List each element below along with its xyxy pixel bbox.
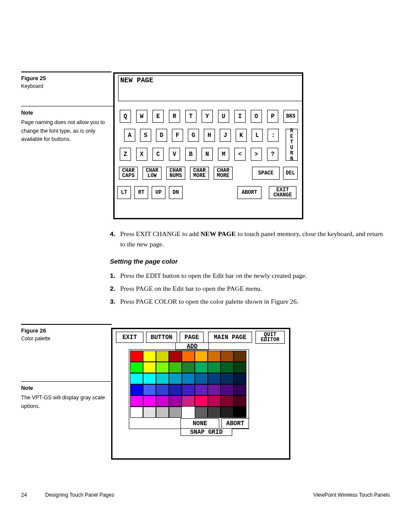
color-swatch[interactable]	[234, 407, 246, 418]
pal-exit[interactable]: EXIT	[116, 332, 143, 343]
key-qmark[interactable]: ?	[267, 148, 278, 161]
pal-quit[interactable]: QUIT EDITOR	[255, 331, 285, 344]
key-g[interactable]: G	[188, 129, 199, 142]
color-swatch[interactable]	[182, 362, 195, 373]
color-swatch[interactable]	[221, 351, 234, 362]
key-r[interactable]: R	[169, 110, 180, 123]
color-swatch[interactable]	[156, 407, 169, 418]
key-fn-3[interactable]: CHAR MORE	[190, 167, 209, 180]
color-swatch[interactable]	[221, 395, 234, 407]
color-swatch[interactable]	[169, 373, 182, 384]
color-swatch[interactable]	[234, 362, 246, 373]
color-swatch[interactable]	[208, 407, 221, 418]
key-v[interactable]: V	[169, 148, 180, 161]
color-swatch[interactable]	[182, 351, 195, 362]
color-swatch[interactable]	[156, 362, 169, 373]
color-swatch[interactable]	[143, 407, 156, 418]
key-l[interactable]: L	[252, 129, 263, 142]
key-rt[interactable]: RT	[134, 186, 148, 199]
color-swatch[interactable]	[221, 407, 234, 418]
key-q[interactable]: Q	[120, 110, 131, 123]
key-s[interactable]: S	[140, 129, 151, 142]
key-fn-1[interactable]: CHAR LOW	[143, 167, 162, 180]
key-colon[interactable]: :	[268, 129, 279, 142]
key-y[interactable]: Y	[202, 110, 213, 123]
key-gt[interactable]: >	[251, 148, 262, 161]
color-swatch[interactable]	[169, 384, 182, 395]
color-swatch[interactable]	[169, 395, 182, 407]
key-i[interactable]: I	[234, 110, 246, 123]
key-x[interactable]: X	[136, 148, 147, 161]
key-up[interactable]: UP	[152, 186, 165, 199]
key-o[interactable]: O	[251, 110, 262, 123]
color-swatch[interactable]	[221, 373, 234, 384]
key-lt[interactable]: <	[234, 148, 246, 161]
pal-button[interactable]: BUTTON	[146, 332, 177, 343]
pal-none[interactable]: NONE	[181, 418, 219, 429]
key-u[interactable]: U	[218, 110, 229, 123]
color-swatch[interactable]	[156, 351, 169, 362]
color-swatch[interactable]	[195, 362, 208, 373]
key-w[interactable]: W	[136, 110, 147, 123]
color-swatch[interactable]	[130, 407, 143, 418]
color-swatch[interactable]	[195, 395, 208, 407]
keyboard-input[interactable]: NEW PAGE	[118, 75, 302, 101]
key-n[interactable]: N	[202, 148, 213, 161]
key-dn[interactable]: DN	[169, 186, 183, 199]
key-m[interactable]: M	[218, 148, 229, 161]
color-swatch[interactable]	[221, 362, 234, 373]
color-swatch[interactable]	[169, 351, 182, 362]
color-swatch[interactable]	[221, 384, 234, 395]
key-b[interactable]: B	[185, 148, 196, 161]
key-t[interactable]: T	[185, 110, 196, 123]
key-exit-change[interactable]: EXIT CHANGE	[269, 186, 296, 199]
color-swatch[interactable]	[234, 351, 246, 362]
key-lt[interactable]: LT	[117, 186, 131, 199]
key-a[interactable]: A	[124, 129, 135, 142]
color-swatch[interactable]	[208, 373, 221, 384]
color-swatch[interactable]	[143, 373, 156, 384]
color-swatch[interactable]	[143, 384, 156, 395]
color-swatch[interactable]	[182, 384, 195, 395]
color-swatch[interactable]	[156, 373, 169, 384]
color-swatch[interactable]	[130, 351, 143, 362]
key-e[interactable]: E	[153, 110, 164, 123]
color-swatch[interactable]	[234, 373, 246, 384]
color-swatch[interactable]	[143, 395, 156, 407]
key-abort[interactable]: ABORT	[237, 186, 262, 199]
key-z[interactable]: Z	[120, 148, 131, 161]
color-swatch[interactable]	[130, 395, 143, 407]
key-j[interactable]: J	[220, 129, 231, 142]
key-k[interactable]: K	[236, 129, 247, 142]
key-del[interactable]: DEL	[283, 167, 298, 180]
key-fn-2[interactable]: CHAR NUMS	[166, 167, 185, 180]
pal-abort[interactable]: ABORT	[221, 418, 249, 429]
key-f[interactable]: F	[172, 129, 183, 142]
color-swatch[interactable]	[169, 362, 182, 373]
color-swatch[interactable]	[156, 384, 169, 395]
color-swatch[interactable]	[208, 384, 221, 395]
color-swatch[interactable]	[143, 351, 156, 362]
color-swatch[interactable]	[130, 373, 143, 384]
color-swatch[interactable]	[195, 351, 208, 362]
color-swatch[interactable]	[169, 407, 182, 418]
key-bks[interactable]: BKS	[283, 110, 298, 123]
color-swatch[interactable]	[195, 373, 208, 384]
color-swatch[interactable]	[234, 384, 246, 395]
color-swatch[interactable]	[195, 407, 208, 418]
color-swatch[interactable]	[143, 362, 156, 373]
color-swatch[interactable]	[130, 384, 143, 395]
key-c[interactable]: C	[153, 148, 164, 161]
pal-snap-grid[interactable]: SNAP GRID	[181, 428, 232, 436]
color-swatch[interactable]	[182, 395, 195, 407]
color-swatch[interactable]	[234, 395, 246, 407]
key-return[interactable]: RETURN	[286, 129, 298, 161]
key-space[interactable]: SPACE	[252, 167, 280, 180]
color-swatch[interactable]	[208, 395, 221, 407]
key-p[interactable]: P	[267, 110, 278, 123]
color-swatch[interactable]	[130, 362, 143, 373]
pal-page[interactable]: PAGE	[180, 332, 204, 343]
key-h[interactable]: H	[204, 129, 215, 142]
color-swatch[interactable]	[182, 373, 195, 384]
pal-main[interactable]: MAIN PAGE	[208, 332, 252, 343]
